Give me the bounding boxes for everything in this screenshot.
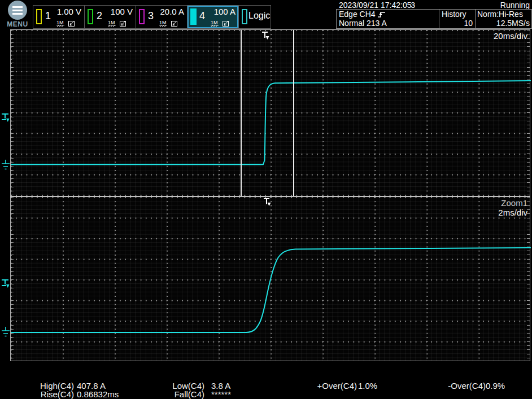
- ground-marker-icon[interactable]: [1, 160, 10, 171]
- history-box[interactable]: History 10: [439, 10, 476, 28]
- channel-1-number: 1: [45, 10, 51, 22]
- probe-icon: [222, 20, 229, 27]
- zoom-area-left-cursor[interactable]: [241, 30, 242, 196]
- svg-text:1M: 1M: [56, 20, 64, 25]
- logic-color-bracket: [242, 9, 247, 24]
- channel-4-box[interactable]: 4 100 A 1M: [187, 6, 239, 28]
- oscilloscope-screen: MENU 1 1.00 V 1M 2 100 V 1M 3 20.0 A: [0, 0, 532, 399]
- zoom-timebase: 2ms/div: [498, 208, 527, 217]
- probe-icon: [119, 20, 127, 27]
- ch4-main-trace: [11, 30, 531, 196]
- sample-rate: 12.5MS/s: [477, 19, 530, 28]
- meas-nover-label: -Over(C4): [436, 381, 486, 391]
- trigger-level-icon[interactable]: [1, 113, 10, 122]
- logic-label: Logic: [248, 11, 270, 21]
- meas-nover-value: 0.9%: [486, 381, 505, 391]
- menu-label: MENU: [4, 20, 31, 28]
- trigger-mode: Normal 213 A: [339, 19, 439, 28]
- svg-text:1M: 1M: [159, 20, 167, 25]
- meas-fall-value: ******: [211, 389, 231, 399]
- status-block: 2023/09/21 17:42:05 3 Running Edge CH4 N…: [336, 0, 532, 29]
- channel-2-number: 2: [97, 10, 102, 22]
- zoom-waveform-window: Zoom1 2ms/div: [10, 196, 530, 361]
- trigger-position-icon[interactable]: [261, 31, 269, 41]
- trigger-type: Edge CH4: [339, 10, 376, 19]
- impedance-1m-icon: 1M: [210, 20, 220, 27]
- meas-pover-value: 1.0%: [358, 381, 377, 391]
- history-label: History: [442, 10, 473, 19]
- trigger-position-icon[interactable]: [263, 198, 271, 207]
- meas-rise-label: Rise(C4): [31, 389, 74, 399]
- history-value: 10: [442, 19, 473, 28]
- channel-2-box[interactable]: 2 100 V 1M: [85, 6, 136, 28]
- probe-icon: [68, 20, 75, 27]
- channel-2-color-bracket: [88, 9, 93, 24]
- svg-text:1M: 1M: [211, 20, 218, 25]
- channel-4-number: 4: [199, 10, 205, 22]
- main-waveform-window: 20ms/div: [10, 29, 530, 196]
- channel-1-scale: 1.00 V: [57, 7, 81, 16]
- zoom-window-label: Zoom1: [501, 198, 527, 208]
- logic-box[interactable]: Logic: [239, 6, 271, 28]
- svg-text:1M: 1M: [108, 20, 115, 25]
- rising-edge-icon: [377, 11, 386, 18]
- meas-pover-label: +Over(C4): [304, 381, 357, 391]
- acq-mode: Norm:Hi-Res: [477, 10, 530, 19]
- impedance-1m-icon: 1M: [56, 20, 66, 27]
- channel-4-scale: 100 A: [214, 7, 236, 16]
- channel-2-scale: 100 V: [111, 7, 133, 16]
- menu-button[interactable]: MENU: [4, 1, 31, 28]
- channel-strip: 1 1.00 V 1M 2 100 V 1M 3 20.0 A 1M: [33, 5, 271, 29]
- trigger-level-icon[interactable]: [1, 279, 10, 288]
- probe-icon: [171, 20, 178, 27]
- impedance-1m-icon: 1M: [107, 20, 117, 27]
- acquisition-mode-box[interactable]: Norm:Hi-Res 12.5MS/s: [476, 10, 531, 28]
- trigger-settings[interactable]: Edge CH4 Normal 213 A: [337, 10, 439, 28]
- channel-3-scale: 20.0 A: [160, 7, 184, 16]
- ch4-zoom-trace: [11, 197, 531, 362]
- main-timebase: 20ms/div: [494, 31, 527, 41]
- channel-4-color-bracket: [190, 8, 197, 25]
- menu-icon: [8, 1, 27, 20]
- channel-3-number: 3: [148, 10, 154, 22]
- acquisition-count: 3: [398, 1, 415, 10]
- meas-rise-value: 0.86832ms: [77, 389, 119, 399]
- run-status[interactable]: Running: [500, 1, 530, 10]
- channel-1-box[interactable]: 1 1.00 V 1M: [33, 6, 85, 28]
- meas-fall-label: Fall(C4): [164, 389, 204, 399]
- impedance-1m-icon: 1M: [159, 20, 169, 27]
- channel-3-box[interactable]: 3 20.0 A 1M: [136, 6, 187, 28]
- zoom-area-right-cursor[interactable]: [293, 30, 294, 196]
- channel-3-color-bracket: [139, 9, 145, 24]
- channel-1-color-bracket: [36, 9, 42, 24]
- ground-marker-icon[interactable]: [1, 327, 10, 338]
